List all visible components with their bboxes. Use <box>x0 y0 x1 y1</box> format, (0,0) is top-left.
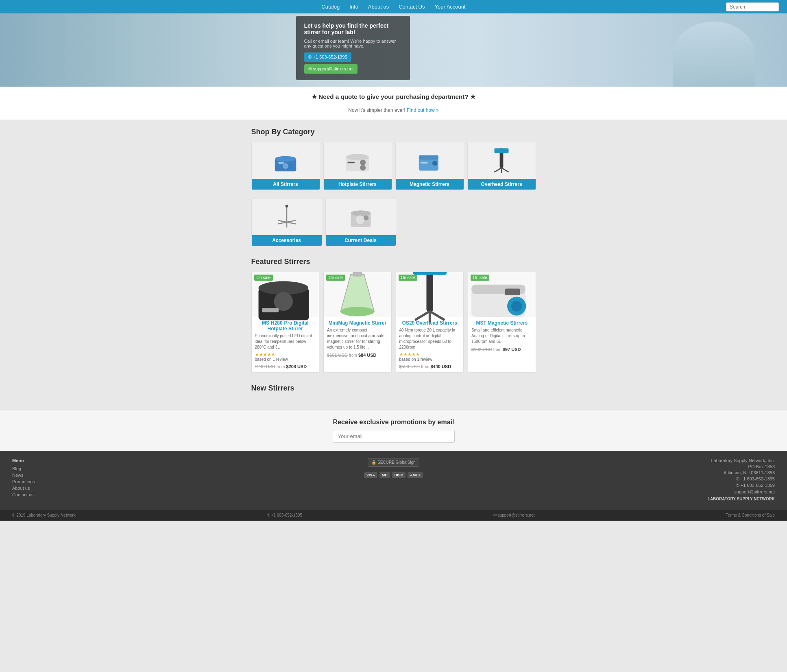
company-address1: PO Box 1353 <box>526 464 775 469</box>
phone-button[interactable]: ✆ +1 603-652-1395 <box>304 52 351 62</box>
footer-center: 🔒 SECURE GlobalSign VISA MC DISC AMEX <box>269 458 518 502</box>
stirrer-icon-deals <box>347 203 375 231</box>
category-img-overhead <box>468 142 536 179</box>
category-label-all: All Stirrers <box>252 179 320 190</box>
stirrer-icon-accessories <box>273 203 301 231</box>
nav-catalog[interactable]: Catalog <box>317 1 344 12</box>
category-img-deals <box>326 199 396 235</box>
payment-mc: MC <box>379 472 390 478</box>
footer-bottom: © 2019 Laboratory Supply Network ✆ +1 60… <box>0 510 787 521</box>
price-from-0: from <box>277 364 285 369</box>
category-img-all <box>252 142 320 179</box>
company-address2: Atkinson, NH 03811-1353 <box>526 470 775 475</box>
category-accessories[interactable]: Accessories <box>251 198 322 246</box>
category-magnetic[interactable]: Magnetic Stirrers <box>395 142 464 190</box>
quote-banner: ★ Need a quote to give your purchasing d… <box>0 87 787 120</box>
new-stirrers-title: New Stirrers <box>251 384 536 393</box>
email-subscribe-input[interactable] <box>333 430 455 443</box>
email-button[interactable]: ✉ support@stirrers.net <box>304 64 358 74</box>
price-row-0: $240 USD from $208 USD <box>255 364 316 369</box>
payment-disc: DISC <box>392 472 406 478</box>
quote-headline: ★ Need a quote to give your purchasing d… <box>8 93 779 100</box>
svg-point-2 <box>283 163 288 169</box>
footer-company: Laboratory Supply Network, Inc. PO Box 1… <box>526 458 775 502</box>
copyright: © 2019 Laboratory Supply Network <box>12 513 76 517</box>
price-from-2: from <box>421 364 429 369</box>
category-overhead[interactable]: Overhead Stirrers <box>467 142 536 190</box>
quote-sub: Now it's simpler than ever! Find out how… <box>8 107 779 113</box>
hero-subtext: Call or email our team! We're happy to a… <box>304 39 402 48</box>
footer: Menu Blog News Promotions About us Conta… <box>0 451 787 510</box>
svg-point-28 <box>274 292 292 310</box>
svg-rect-29 <box>262 308 278 312</box>
payment-visa: VISA <box>364 472 377 478</box>
category-label-magnetic: Magnetic Stirrers <box>396 179 464 190</box>
nav-contact[interactable]: Contact Us <box>395 1 429 12</box>
price-original-3: $102 USD <box>471 347 492 352</box>
find-out-link[interactable]: Find out how » <box>407 107 439 113</box>
footer-link-news[interactable]: News <box>12 473 261 478</box>
price-row-2: $590 USD from $440 USD <box>399 364 460 369</box>
terms-link[interactable]: Terms & Conditions of Sale <box>726 513 775 517</box>
product-card-3[interactable]: On sale MST Magnetic Stirrers Small and … <box>468 272 536 373</box>
svg-rect-12 <box>421 162 428 164</box>
product-desc-3: Small and efficient magnetic Analog or D… <box>471 327 532 345</box>
footer-link-contact[interactable]: Contact us <box>12 492 261 497</box>
reviews-0: based on 1 review <box>255 357 316 362</box>
nav-account[interactable]: Your Account <box>431 1 470 12</box>
nav-about[interactable]: About us <box>364 1 393 12</box>
product-card-1[interactable]: On sale MiniMag Magnetic Stirrer An extr… <box>323 272 392 373</box>
category-img-magnetic <box>396 142 464 179</box>
category-grid-row2: Accessories Current Deals <box>251 198 396 246</box>
svg-rect-33 <box>426 272 433 311</box>
star-right: ★ <box>470 93 475 100</box>
price-original-1: $101 USD <box>327 353 348 358</box>
svg-point-7 <box>360 165 366 171</box>
svg-line-16 <box>501 168 509 172</box>
product-name-0: MS-H280-Pro Digital Hotplate Stirrer <box>255 320 316 332</box>
svg-rect-8 <box>348 162 355 164</box>
nav-links: Catalog Info About us Contact Us Your Ac… <box>8 1 779 12</box>
price-from-3: from <box>493 347 501 352</box>
products-grid: On sale MS-H280-Pro Digital Hotplate Sti… <box>251 272 536 373</box>
svg-rect-14 <box>495 148 509 153</box>
product-desc-0: Economically priced LED digital ideal fo… <box>255 333 316 350</box>
stirrer-icon-magnetic <box>415 146 444 175</box>
footer-link-blog[interactable]: Blog <box>12 466 261 471</box>
main-content: Shop By Category All Stirrers <box>251 120 536 406</box>
category-label-accessories: Accessories <box>252 235 322 246</box>
footer-email-link[interactable]: ✉ support@stirrers.net <box>493 513 535 517</box>
product-info-2: OS20 Overhead Stirrers 40 Ncm torque 20 … <box>396 317 464 372</box>
on-sale-badge-0: On sale <box>254 275 273 281</box>
product-card-0[interactable]: On sale MS-H280-Pro Digital Hotplate Sti… <box>251 272 320 373</box>
star-left: ★ <box>312 93 317 100</box>
footer-link-about[interactable]: About us <box>12 486 261 491</box>
footer-link-promotions[interactable]: Promotions <box>12 479 261 484</box>
svg-point-21 <box>285 205 288 207</box>
company-name: Laboratory Supply Network, Inc. <box>526 458 775 463</box>
subscribe-section: Receive exclusive promotions by email <box>0 410 787 451</box>
svg-rect-31 <box>353 272 362 276</box>
footer-phone: ✆ +1 603-652-1395 <box>267 513 302 517</box>
lsn-label: LABORATORY SUPPLY NETWORK <box>526 497 775 501</box>
price-row-1: $101 USD from $84 USD <box>327 353 388 358</box>
category-current-deals[interactable]: Current Deals <box>325 198 396 246</box>
secure-badge: 🔒 SECURE GlobalSign <box>368 458 419 467</box>
subscribe-title: Receive exclusive promotions by email <box>8 419 779 426</box>
category-img-accessories <box>252 199 322 235</box>
search-input[interactable] <box>726 2 779 11</box>
product-info-1: MiniMag Magnetic Stirrer An extremely co… <box>324 317 391 361</box>
category-hotplate[interactable]: Hotplate Stirrers <box>323 142 392 190</box>
category-all-stirrers[interactable]: All Stirrers <box>251 142 320 190</box>
category-img-hotplate <box>324 142 392 179</box>
category-section-title: Shop By Category <box>251 128 536 136</box>
product-card-2[interactable]: On sale OS20 Overhead Stirrers 40 Ncm to… <box>396 272 464 373</box>
stars-0: ★★★★★ <box>255 352 316 357</box>
category-grid-row1: All Stirrers Hotplate Stirrers <box>251 142 536 190</box>
nav-info[interactable]: Info <box>345 1 362 12</box>
footer-links: Menu Blog News Promotions About us Conta… <box>12 458 261 502</box>
company-phone: ✆ +1 603-652-1395 <box>526 476 775 482</box>
subscribe-input-container <box>8 430 779 443</box>
svg-rect-40 <box>505 288 520 295</box>
payment-amex: AMEX <box>408 472 423 478</box>
